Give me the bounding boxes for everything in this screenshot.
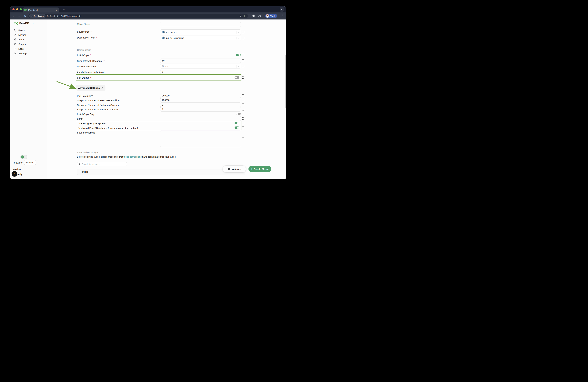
not-secure-badge[interactable]: Not Secure [29, 14, 45, 18]
zoom-icon[interactable] [239, 14, 243, 18]
theme-toggle[interactable]: ☀ [20, 155, 27, 159]
script-label: Script [77, 117, 83, 120]
permissions-link[interactable]: these permissions [124, 156, 142, 158]
info-icon[interactable] [242, 117, 245, 120]
destination-peer-label: Destination Peer* [77, 36, 97, 39]
mirror-name-input[interactable] [160, 22, 241, 27]
settings-override-textarea[interactable] [160, 130, 241, 147]
sidebar-item-settings[interactable]: Settings [10, 51, 47, 56]
use-postgres-types-toggle[interactable] [234, 122, 239, 124]
postgres-icon [162, 36, 165, 40]
scrollbar-thumb[interactable] [285, 55, 286, 108]
minimize-window-button[interactable] [16, 8, 18, 10]
profile-button[interactable]: Work [265, 14, 277, 18]
timezone-label: Timezone: [12, 161, 23, 164]
script-input[interactable] [160, 116, 241, 121]
sync-interval-input[interactable] [160, 58, 241, 63]
soft-delete-toggle[interactable] [234, 76, 239, 79]
initial-copy-only-toggle[interactable] [236, 113, 241, 115]
bookmark-star-icon[interactable]: ☆ [243, 14, 246, 18]
reload-button[interactable]: ↻ [23, 14, 27, 18]
info-icon[interactable] [242, 65, 245, 68]
advanced-settings-button[interactable]: Advanced Settings [76, 85, 105, 91]
browser-menu-icon[interactable] [281, 14, 285, 18]
source-peer-select[interactable]: rds_source [160, 29, 241, 35]
info-icon[interactable] [242, 112, 245, 115]
snapshot-rows-input[interactable] [160, 98, 241, 102]
validate-button[interactable]: Validate [223, 166, 246, 172]
info-icon[interactable] [242, 94, 245, 97]
info-icon[interactable] [242, 31, 245, 34]
zoom-window-button[interactable] [20, 8, 22, 10]
extensions-puzzle-icon[interactable] [258, 14, 262, 18]
tab-search-button[interactable] [280, 7, 284, 12]
parallelism-input[interactable] [160, 70, 241, 74]
schema-row-public[interactable]: public [77, 169, 245, 175]
version-label: Version: [13, 168, 21, 171]
browser-toolbar: ← → ↻ Not Secure 54.244.215.117:3000/mir… [10, 12, 286, 20]
new-tab-button[interactable]: + [62, 7, 66, 12]
sidebar-item-scripts[interactable]: Scripts [10, 42, 47, 46]
mirror-arrows-icon [14, 34, 17, 36]
sidebar-item-alerts[interactable]: Alerts [10, 37, 47, 42]
chevron-down-icon[interactable] [238, 37, 239, 39]
timezone-select[interactable]: Relative [24, 160, 36, 165]
disable-peerdb-columns-toggle[interactable] [234, 126, 239, 129]
info-icon[interactable] [242, 59, 245, 62]
info-icon[interactable] [242, 137, 245, 140]
publication-name-label: Publication Name [77, 65, 96, 68]
source-peer-value: rds_source [166, 31, 235, 33]
tab-peerdb-ui[interactable]: Peerdb UI × [23, 7, 59, 12]
nextjs-dev-badge[interactable]: N [12, 171, 17, 177]
close-window-button[interactable] [12, 8, 15, 10]
disable-peerdb-columns-label: Disable all PeerDB columns (overrides an… [78, 127, 138, 129]
snapshot-tables-input[interactable] [160, 107, 241, 112]
penguin-avatar [266, 14, 269, 18]
schema-search-input[interactable] [82, 163, 125, 165]
sidebar-collapse-icon[interactable]: ‹ [33, 22, 34, 24]
log-document-icon [14, 47, 17, 50]
info-icon[interactable] [242, 108, 245, 111]
timezone-value: Relative [25, 161, 33, 164]
info-icon[interactable] [242, 122, 245, 124]
info-icon[interactable] [242, 126, 245, 129]
mirror-name-label: Mirror Name [77, 23, 90, 25]
back-button[interactable]: ← [12, 14, 16, 18]
destination-peer-select[interactable]: pg_by_clickhouse [160, 35, 241, 41]
chevron-down-icon[interactable] [238, 31, 239, 33]
validate-label: Validate [232, 168, 241, 170]
forward-button[interactable]: → [17, 14, 21, 18]
sidebar-item-peers[interactable]: Peers [10, 28, 47, 33]
schema-name: public [82, 171, 88, 173]
info-icon[interactable] [242, 76, 245, 79]
address-bar[interactable]: Not Secure 54.244.215.117:3000/mirrors/c… [28, 14, 248, 18]
tab-close-icon[interactable]: × [56, 9, 58, 11]
profile-label: Work [270, 15, 275, 17]
tab-title: Peerdb UI [28, 9, 55, 11]
sun-icon: ☀ [21, 155, 24, 159]
schema-search[interactable] [77, 162, 127, 166]
info-icon[interactable] [242, 54, 245, 56]
initial-copy-toggle[interactable] [236, 54, 241, 56]
info-icon[interactable] [242, 99, 245, 101]
snapshot-tables-label: Snapshot Number of Tables In Parallel [77, 108, 118, 111]
info-icon[interactable] [242, 37, 245, 40]
sidebar-item-logs[interactable]: Logs [10, 46, 47, 51]
configuration-heading: Configuration [77, 49, 91, 51]
pull-batch-size-input[interactable] [160, 93, 241, 98]
info-icon[interactable] [242, 103, 245, 106]
publication-name-select[interactable]: Select... [160, 63, 241, 69]
snapshot-rows-label: Snapshot Number of Rows Per Partition [77, 99, 120, 102]
app-sidebar: PeerDB ‹ Peers Mirrors [10, 20, 47, 179]
chevron-down-icon[interactable] [238, 65, 239, 67]
toolbar-divider [264, 15, 264, 17]
create-mirror-form: Mirror Name Source Peer* rds_source Dest… [47, 20, 286, 179]
create-mirror-button[interactable]: + Create Mirror [249, 166, 271, 172]
sidebar-item-mirrors[interactable]: Mirrors [10, 33, 47, 37]
version-ready-text: eady [17, 173, 22, 176]
sidebar-item-label: Alerts [18, 38, 24, 41]
shield-extension-icon[interactable] [252, 14, 256, 18]
warning-icon [31, 15, 33, 17]
snapshot-partitions-input[interactable] [160, 102, 241, 107]
info-icon[interactable] [242, 71, 245, 74]
